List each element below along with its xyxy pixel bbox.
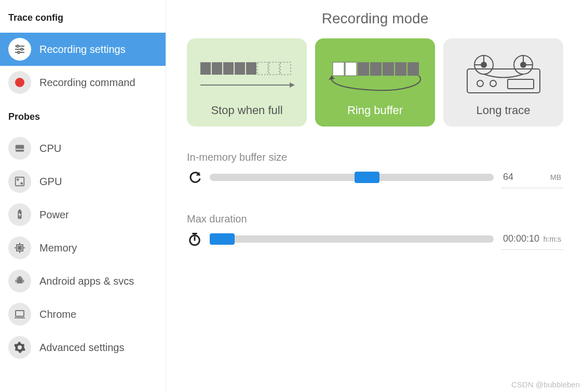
svg-point-6 — [15, 78, 24, 87]
mode-card-long-trace[interactable]: Long trace — [443, 38, 563, 127]
sidebar-item-label: Android apps & svcs — [39, 275, 134, 287]
loop-icon — [187, 170, 202, 185]
android-icon — [8, 270, 31, 292]
long-trace-illustration — [449, 48, 558, 104]
svg-point-3 — [17, 45, 19, 47]
sidebar: Trace config Recording settings Recordin… — [0, 0, 166, 392]
svg-point-22 — [18, 277, 19, 278]
svg-point-10 — [17, 179, 19, 180]
svg-rect-57 — [508, 79, 534, 89]
buffer-size-value: 64 — [503, 172, 513, 183]
svg-point-5 — [18, 51, 20, 53]
svg-rect-8 — [16, 149, 24, 150]
buffer-size-label: In-memory buffer size — [187, 151, 563, 163]
sidebar-section-trace-config: Trace config — [0, 0, 166, 33]
buffer-size-value-box[interactable]: 64 MB — [501, 166, 563, 188]
max-duration-value: 00:00:10 — [503, 233, 539, 244]
mode-card-label: Long trace — [477, 104, 531, 117]
page-title: Recording mode — [187, 10, 563, 27]
mode-card-label: Stop when full — [211, 104, 282, 117]
svg-rect-9 — [16, 177, 24, 186]
record-icon — [8, 71, 31, 94]
sidebar-item-gpu[interactable]: GPU — [0, 165, 166, 198]
cpu-icon — [8, 137, 31, 160]
svg-rect-40 — [358, 62, 369, 76]
buffer-size-unit: MB — [550, 173, 561, 181]
svg-point-23 — [21, 277, 22, 278]
buffer-size-section: In-memory buffer size 64 MB — [187, 151, 563, 188]
memory-icon — [8, 236, 31, 259]
buffer-size-thumb[interactable] — [355, 172, 379, 183]
mode-card-ring-buffer[interactable]: Ring buffer — [315, 38, 435, 127]
svg-rect-41 — [370, 62, 382, 76]
sidebar-item-label: GPU — [39, 176, 62, 188]
svg-rect-39 — [345, 62, 357, 76]
stop-when-full-illustration — [192, 48, 302, 104]
sliders-icon — [8, 38, 31, 61]
svg-point-55 — [477, 80, 483, 87]
sidebar-item-recording-command[interactable]: Recording command — [0, 66, 166, 99]
mode-cards: Stop when full Ring buffer — [187, 38, 563, 127]
max-duration-section: Max duration 00:00:10 h:m:s — [187, 213, 563, 250]
svg-rect-24 — [16, 279, 17, 283]
sidebar-section-probes: Probes — [0, 99, 166, 132]
sidebar-item-android[interactable]: Android apps & svcs — [0, 264, 166, 298]
mode-card-label: Ring buffer — [347, 104, 403, 117]
sidebar-item-label: Memory — [39, 242, 77, 254]
svg-rect-7 — [16, 145, 24, 152]
svg-rect-16 — [18, 246, 21, 249]
sidebar-item-advanced[interactable]: Advanced settings — [0, 331, 166, 364]
sidebar-item-label: Recording command — [39, 77, 135, 89]
ring-buffer-illustration — [320, 48, 430, 104]
main-panel: Recording mode Stop w — [166, 0, 584, 392]
svg-rect-25 — [23, 279, 24, 283]
sidebar-item-power[interactable]: Power — [0, 198, 166, 231]
svg-point-4 — [21, 48, 23, 50]
svg-rect-21 — [17, 279, 23, 283]
sidebar-item-label: CPU — [39, 143, 61, 155]
laptop-icon — [8, 303, 31, 326]
max-duration-unit: h:m:s — [544, 235, 561, 243]
svg-rect-43 — [395, 62, 406, 76]
svg-marker-45 — [329, 76, 335, 80]
sidebar-item-cpu[interactable]: CPU — [0, 132, 166, 165]
svg-rect-29 — [212, 62, 222, 75]
svg-rect-35 — [280, 62, 291, 75]
max-duration-thumb[interactable] — [210, 233, 235, 245]
stopwatch-icon — [187, 231, 202, 247]
gear-icon — [8, 336, 31, 359]
buffer-size-slider[interactable] — [210, 174, 494, 181]
sidebar-item-label: Recording settings — [39, 44, 126, 55]
svg-rect-38 — [333, 62, 344, 76]
max-duration-value-box[interactable]: 00:00:10 h:m:s — [501, 228, 563, 250]
sidebar-item-label: Power — [39, 209, 69, 221]
watermark: CSDN @bubbleben — [511, 380, 580, 389]
sidebar-item-label: Chrome — [39, 309, 76, 320]
svg-rect-42 — [383, 62, 394, 76]
max-duration-label: Max duration — [187, 213, 563, 225]
svg-rect-13 — [19, 209, 21, 211]
max-duration-slider[interactable] — [210, 235, 494, 243]
mode-card-stop-when-full[interactable]: Stop when full — [187, 38, 307, 127]
svg-marker-37 — [290, 82, 295, 88]
svg-rect-26 — [16, 311, 24, 316]
svg-rect-32 — [246, 62, 256, 75]
gpu-icon — [8, 170, 31, 193]
sidebar-item-label: Advanced settings — [39, 342, 124, 354]
svg-rect-28 — [200, 62, 211, 75]
svg-rect-44 — [408, 62, 419, 76]
svg-rect-31 — [235, 62, 245, 75]
svg-rect-33 — [257, 62, 268, 75]
sidebar-item-chrome[interactable]: Chrome — [0, 298, 166, 331]
svg-rect-30 — [223, 62, 234, 75]
svg-rect-34 — [269, 62, 279, 75]
power-icon — [8, 203, 31, 226]
svg-point-11 — [21, 183, 22, 184]
svg-point-56 — [490, 80, 496, 87]
sidebar-item-memory[interactable]: Memory — [0, 231, 166, 264]
sidebar-item-recording-settings[interactable]: Recording settings — [0, 33, 166, 66]
